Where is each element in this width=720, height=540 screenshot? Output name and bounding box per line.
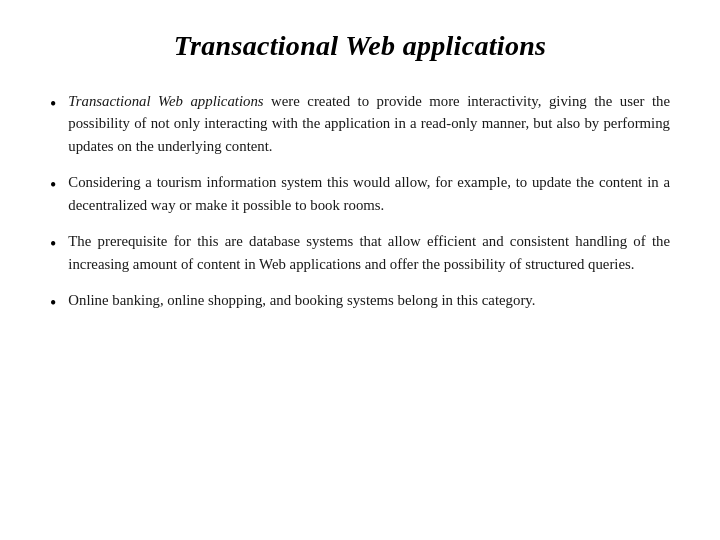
bullet-text-1: Transactional Web applications were crea… <box>68 90 670 157</box>
bullet-dot-1: • <box>50 91 56 118</box>
slide-container: Transactional Web applications • Transac… <box>0 0 720 540</box>
bullet-dot-2: • <box>50 172 56 199</box>
bullet-text-3: The prerequisite for this are database s… <box>68 230 670 275</box>
bullet-item-4: • Online banking, online shopping, and b… <box>50 289 670 317</box>
bullet-dot-4: • <box>50 290 56 317</box>
bullet-text-2: Considering a tourism information system… <box>68 171 670 216</box>
content-area: • Transactional Web applications were cr… <box>50 90 670 331</box>
bullet-item-2: • Considering a tourism information syst… <box>50 171 670 216</box>
bullet-item-3: • The prerequisite for this are database… <box>50 230 670 275</box>
bullet-item-1: • Transactional Web applications were cr… <box>50 90 670 157</box>
bullet-dot-3: • <box>50 231 56 258</box>
bullet-text-4: Online banking, online shopping, and boo… <box>68 289 535 311</box>
slide-title: Transactional Web applications <box>174 30 547 62</box>
